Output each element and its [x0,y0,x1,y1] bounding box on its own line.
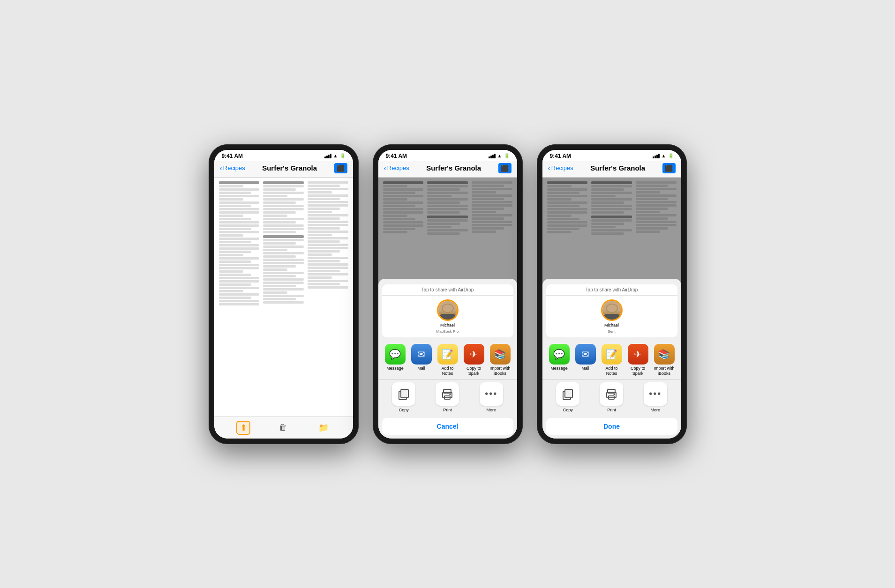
recipe-col-1c [308,181,348,413]
nav-icon-1[interactable]: ⬛ [334,163,347,173]
nav-back-1[interactable]: ‹ Recipes [220,164,245,172]
phone-3-screen: 9:41 AM ▲ 🔋 ‹ Recipes [542,150,681,439]
airdrop-device-sub-2: MacBook Pro [436,329,459,334]
copy-icon-svg-3 [561,387,574,401]
ibooks-icon-3: 📚 [654,344,675,365]
status-bar-1: 9:41 AM ▲ 🔋 [214,150,353,161]
folder-button[interactable]: 📁 [316,421,331,435]
airdrop-label-2: Tap to share with AirDrop [382,284,513,296]
done-button-3[interactable]: Done [546,418,677,435]
nav-icon-3[interactable]: ⬛ [662,163,676,173]
app-icon-spark-3[interactable]: ✈ Copy to Spark [626,344,650,376]
message-icon-2: 💬 [385,344,406,365]
svg-rect-1 [401,389,408,398]
airdrop-device-michael-3[interactable]: Michael Sent [601,299,623,334]
app-icon-message-2[interactable]: 💬 Message [383,344,407,376]
app-icon-spark-2[interactable]: ✈ Copy to Spark [462,344,486,376]
phone-3: 9:41 AM ▲ 🔋 ‹ Recipes [537,144,687,444]
trash-button[interactable]: 🗑 [276,421,290,435]
copy-label-3: Copy [563,408,573,412]
action-row-3: Copy [542,379,681,416]
airdrop-device-michael-2[interactable]: Michael MacBook Pro [436,299,459,334]
signal-bars-1 [324,154,331,158]
more-icon-wrap-2: ••• [480,382,503,406]
avatar-face-2 [438,301,457,320]
nav-title-3: Surfer's Granola [590,164,645,172]
nav-back-3[interactable]: ‹ Recipes [548,164,573,172]
phone-1: 9:41 AM ▲ 🔋 ‹ Recipes [209,144,359,444]
nav-back-label-3: Recipes [551,164,573,171]
mail-label-2: Mail [417,366,425,371]
more-icon-wrap-3: ••• [644,382,667,406]
status-time-1: 9:41 AM [222,153,243,159]
notes-label-3: Add to Notes [600,366,624,376]
status-time-3: 9:41 AM [550,153,572,159]
briefcase-icon-3: ⬛ [665,164,673,172]
notes-icon-3: 📝 [602,344,622,365]
signal-bar-3 [328,155,330,158]
ibooks-icon-2: 📚 [490,344,511,365]
avatar-head-3 [606,304,618,313]
message-label-3: Message [550,366,568,371]
action-more-3[interactable]: ••• More [641,382,669,412]
action-more-2[interactable]: ••• More [477,382,505,412]
status-icons-2: ▲ 🔋 [489,153,510,158]
app-icon-notes-2[interactable]: 📝 Add to Notes [436,344,460,376]
share-sheet-2: Tap to share with AirDrop [378,279,517,439]
wifi-icon-3: ▲ [662,153,666,158]
airdrop-devices-3: Michael Sent [546,296,677,337]
phone-2-screen: 9:41 AM ▲ 🔋 ‹ Recipes [378,150,517,439]
action-row-2: Copy [378,379,517,416]
status-bar-3: 9:41 AM ▲ 🔋 [542,150,681,161]
action-copy-3[interactable]: Copy [554,382,582,412]
app-icon-message-3[interactable]: 💬 Message [547,344,572,376]
nav-bar-3: ‹ Recipes Surfer's Granola ⬛ [542,161,681,178]
share-sheet-overlay-2: Tap to share with AirDrop [378,178,517,439]
share-sheet-overlay-3: Tap to share with AirDrop [542,178,681,439]
airdrop-devices-2: Michael MacBook Pro [382,296,513,337]
nav-back-label-1: Recipes [223,164,245,171]
share-button[interactable]: ⬆ [236,421,250,435]
spark-icon-2: ✈ [464,344,484,365]
cancel-button-2[interactable]: Cancel [382,418,513,435]
nav-back-label-2: Recipes [387,164,409,171]
battery-icon-3: 🔋 [668,153,674,158]
status-icons-3: ▲ 🔋 [653,153,674,158]
nav-icon-2[interactable]: ⬛ [498,163,511,173]
trash-icon: 🗑 [279,423,287,432]
notes-label-2: Add to Notes [436,366,460,376]
app-icon-mail-2[interactable]: ✉ Mail [409,344,434,376]
app-icon-ibooks-2[interactable]: 📚 Import with iBooks [488,344,512,376]
bottom-toolbar-1: ⬆ 🗑 📁 [214,417,353,439]
status-icons-1: ▲ 🔋 [324,153,346,158]
signal-bars-3 [653,154,660,158]
nav-back-2[interactable]: ‹ Recipes [384,164,409,172]
message-icon-3: 💬 [549,344,570,365]
briefcase-icon-2: ⬛ [501,164,509,172]
svg-point-5 [450,394,451,395]
airdrop-section-3: Tap to share with AirDrop [546,284,677,337]
more-label-3: More [651,408,661,412]
battery-icon-2: 🔋 [504,153,510,158]
copy-label-2: Copy [399,408,409,412]
more-dots-icon-3: ••• [649,388,662,399]
recipe-col-1a [219,181,260,413]
action-print-3[interactable]: Print [597,382,625,412]
wifi-icon-1: ▲ [333,153,338,158]
print-icon-svg-3 [605,387,618,401]
action-copy-2[interactable]: Copy [390,382,418,412]
wifi-icon-2: ▲ [497,153,502,158]
app-icon-mail-3[interactable]: ✉ Mail [573,344,598,376]
signal-bar-4 [330,154,331,158]
svg-rect-7 [565,389,572,398]
battery-icon-1: 🔋 [340,153,346,158]
phone-1-screen: 9:41 AM ▲ 🔋 ‹ Recipes [214,150,353,439]
app-icon-ibooks-3[interactable]: 📚 Import with iBooks [652,344,677,376]
print-icon-svg-2 [441,387,454,401]
folder-icon: 📁 [318,423,329,433]
action-print-2[interactable]: Print [433,382,461,412]
app-icon-notes-3[interactable]: 📝 Add to Notes [600,344,624,376]
spark-label-3: Copy to Spark [626,366,650,376]
copy-icon-wrap-2 [392,382,415,406]
col1-title-line [219,181,260,184]
